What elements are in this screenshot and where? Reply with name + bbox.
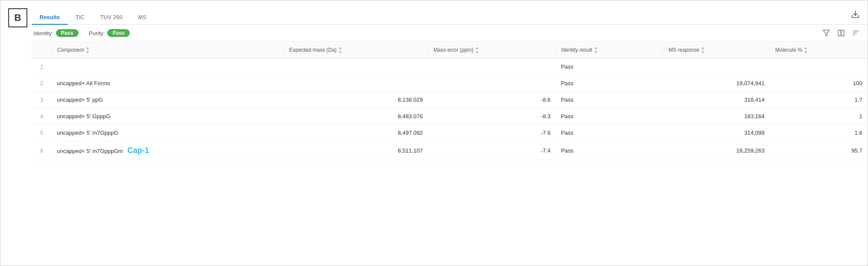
columns-icon[interactable]: [837, 29, 845, 37]
cell-component: uncapped+ 5' ppG: [52, 92, 284, 108]
col-header-expected-mass[interactable]: Expected mass (Da) ▲▼: [284, 42, 428, 59]
svg-marker-1: [823, 30, 830, 36]
cell-ms-response: 183,164: [663, 108, 770, 125]
col-header-ms-response[interactable]: MS response ▲▼: [663, 42, 770, 59]
download-button[interactable]: [843, 7, 868, 24]
cell-expected-mass: 8,138.029: [284, 92, 428, 108]
cell-mass-error: [428, 59, 556, 75]
cell-expected-mass: 8,511.107: [284, 141, 428, 160]
tab-results[interactable]: Results: [32, 10, 68, 25]
cell-ms-response: 18,259,263: [663, 141, 770, 160]
cell-identity-result: Pass: [556, 141, 663, 160]
purity-badge: Pass: [107, 29, 130, 37]
col-header-rownum: [32, 42, 52, 59]
cell-row-num: 2: [32, 75, 52, 92]
cell-component: uncapped+ All Forms: [52, 75, 284, 92]
cell-component: uncapped+ 5' GpppG: [52, 108, 284, 125]
cell-ms-response: 314,099: [663, 125, 770, 141]
cell-identity-result: Pass: [556, 108, 663, 125]
table-row: 4uncapped+ 5' GpppG8,483.076-8.3Pass183,…: [32, 108, 868, 125]
cell-molecule-pct: 1.6: [770, 125, 868, 141]
status-row: Identity: Pass Purity: Pass: [32, 25, 868, 42]
tab-tic[interactable]: TIC: [68, 10, 92, 25]
table-header-row: Component ▲▼ Expected mass (Da) ▲▼: [32, 42, 868, 59]
sort-order-icon[interactable]: [852, 29, 860, 37]
cell-mass-error: -7.4: [428, 141, 556, 160]
identity-badge: Pass: [56, 29, 79, 37]
cell-molecule-pct: 1.7: [770, 92, 868, 108]
svg-rect-3: [842, 30, 844, 36]
data-table: Component ▲▼ Expected mass (Da) ▲▼: [32, 42, 868, 160]
cell-row-num: 1: [32, 59, 52, 75]
toolbar-icons: [822, 29, 868, 37]
table-row: 5uncapped+ 5' m7GpppG8,497.092-7.6Pass31…: [32, 125, 868, 141]
col-header-component[interactable]: Component ▲▼: [52, 42, 284, 59]
sort-ms-icon: ▲▼: [701, 46, 705, 54]
tab-ms[interactable]: MS: [130, 10, 155, 25]
cell-ms-response: [663, 59, 770, 75]
tab-tuv260[interactable]: TUV 260: [92, 10, 130, 25]
table-row: 1Pass: [32, 59, 868, 75]
identity-status: Identity: Pass: [33, 29, 79, 37]
cell-ms-response: 318,414: [663, 92, 770, 108]
sort-identity-icon: ▲▼: [594, 46, 598, 54]
cell-molecule-pct: 95.7: [770, 141, 868, 160]
cell-identity-result: Pass: [556, 75, 663, 92]
col-header-molecule-pct[interactable]: Molecule % ▲▼: [770, 42, 868, 59]
cap1-label: Cap-1: [127, 146, 149, 155]
cell-mass-error: [428, 75, 556, 92]
cell-row-num: 6: [32, 141, 52, 160]
cell-mass-error: -7.6: [428, 125, 556, 141]
filter-icon[interactable]: [822, 29, 830, 37]
cell-identity-result: Pass: [556, 125, 663, 141]
table-row: 3uncapped+ 5' ppG8,138.029-8.6Pass318,41…: [32, 92, 868, 108]
cell-expected-mass: 8,497.092: [284, 125, 428, 141]
cell-row-num: 4: [32, 108, 52, 125]
cell-component: [52, 59, 284, 75]
sort-molecule-icon: ▲▼: [804, 46, 808, 54]
cell-expected-mass: [284, 59, 428, 75]
identity-label: Identity:: [33, 30, 53, 37]
cell-row-num: 5: [32, 125, 52, 141]
sort-error-icon: ▲▼: [475, 46, 479, 54]
sort-mass-icon: ▲▼: [339, 46, 342, 54]
table-row: 2uncapped+ All FormsPass19,074,941100: [32, 75, 868, 92]
tabs-row: Results TIC TUV 260 MS: [32, 0, 868, 25]
sort-component-icon: ▲▼: [86, 46, 90, 54]
cell-expected-mass: 8,483.076: [284, 108, 428, 125]
b-label: B: [8, 8, 27, 27]
cell-molecule-pct: [770, 59, 868, 75]
col-header-mass-error[interactable]: Mass error (ppm) ▲▼: [428, 42, 556, 59]
cell-molecule-pct: 100: [770, 75, 868, 92]
col-header-identity-result[interactable]: Identity result ▲▼: [556, 42, 663, 59]
svg-rect-2: [838, 30, 840, 36]
cell-expected-mass: [284, 75, 428, 92]
purity-label: Purity:: [89, 30, 105, 37]
cell-molecule-pct: 1: [770, 108, 868, 125]
cell-ms-response: 19,074,941: [663, 75, 770, 92]
cell-mass-error: -8.3: [428, 108, 556, 125]
table-row: 6uncapped+ 5' m7GpppGmCap-18,511.107-7.4…: [32, 141, 868, 160]
cell-component: uncapped+ 5' m7GpppG: [52, 125, 284, 141]
cell-mass-error: -8.6: [428, 92, 556, 108]
cell-identity-result: Pass: [556, 59, 663, 75]
cell-row-num: 3: [32, 92, 52, 108]
purity-status: Purity: Pass: [89, 29, 130, 37]
cell-component: uncapped+ 5' m7GpppGmCap-1: [52, 141, 284, 160]
cell-identity-result: Pass: [556, 92, 663, 108]
